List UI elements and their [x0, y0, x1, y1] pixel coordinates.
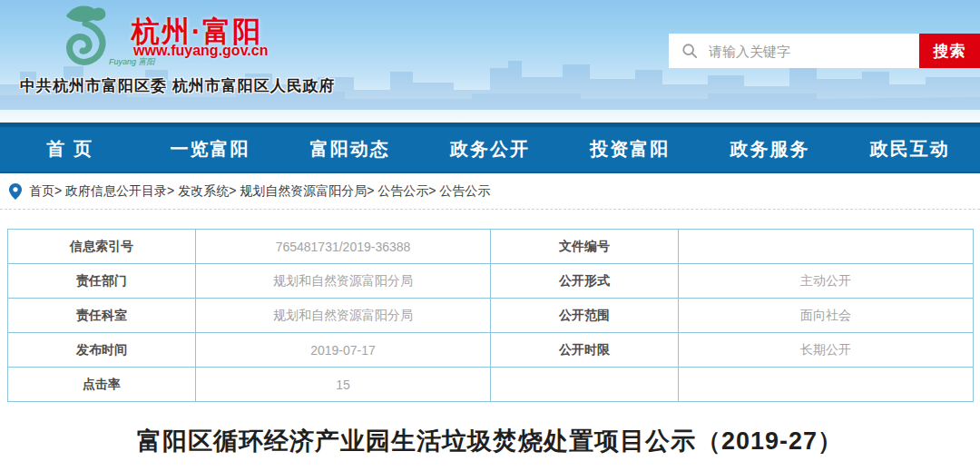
field-value-doc-no: [679, 230, 974, 264]
table-row: 信息索引号 765481731/2019-36388 文件编号: [8, 230, 974, 264]
field-label-index-no: 信息索引号: [8, 230, 196, 264]
table-row: 责任部门 规划和自然资源富阳分局 公开形式 主动公开: [8, 264, 974, 299]
field-label-pub-date: 发布时间: [8, 333, 196, 368]
field-value-empty: [679, 368, 974, 402]
site-header-banner: Fuyang 富阳 杭州·富阳 www.fuyang.gov.cn 中共杭州市富…: [0, 0, 980, 123]
field-label-open-form: 公开形式: [491, 264, 679, 299]
breadcrumb: 首页> 政府信息公开目录> 发改系统> 规划自然资源富阳分局> 公告公示> 公告…: [0, 173, 980, 210]
table-row: 发布时间 2019-07-17 公开时限 长期公开: [8, 333, 974, 368]
main-nav: 首 页 一览富阳 富阳动态 政务公开 投资富阳 政务服务 政民互动: [0, 123, 980, 173]
site-logo[interactable]: Fuyang 富阳: [44, 2, 134, 74]
document-info-table: 信息索引号 765481731/2019-36388 文件编号 责任部门 规划和…: [7, 229, 974, 402]
search-button[interactable]: 搜索: [919, 34, 980, 68]
nav-item-overview[interactable]: 一览富阳: [140, 127, 279, 172]
breadcrumb-text[interactable]: 首页> 政府信息公开目录> 发改系统> 规划自然资源富阳分局> 公告公示> 公告…: [29, 183, 490, 200]
search-icon: [681, 43, 698, 59]
field-value-section: 规划和自然资源富阳分局: [196, 299, 491, 333]
page-title: 富阳区循环经济产业园生活垃圾焚烧处置项目公示（2019-27）: [0, 425, 980, 457]
nav-item-gov-info[interactable]: 政务公开: [420, 127, 560, 172]
field-label-doc-no: 文件编号: [491, 230, 679, 264]
field-value-dept: 规划和自然资源富阳分局: [196, 264, 491, 299]
nav-item-interaction[interactable]: 政民互动: [840, 127, 980, 172]
search-box: [669, 34, 919, 68]
location-pin-icon: [9, 183, 22, 200]
field-label-open-scope: 公开范围: [491, 299, 679, 333]
field-label-open-term: 公开时限: [491, 333, 679, 368]
site-url: www.fuyang.gov.cn: [133, 43, 268, 59]
field-value-open-form: 主动公开: [679, 264, 974, 299]
field-value-hits: 15: [196, 368, 491, 402]
info-table-wrap: 信息索引号 765481731/2019-36388 文件编号 责任部门 规划和…: [0, 210, 980, 402]
field-label-dept: 责任部门: [8, 264, 196, 299]
nav-item-investment[interactable]: 投资富阳: [560, 127, 700, 172]
field-value-open-scope: 面向社会: [679, 299, 974, 333]
field-label-empty: [491, 368, 679, 402]
field-label-hits: 点击率: [8, 368, 196, 402]
table-row: 点击率 15: [8, 368, 974, 402]
nav-item-news[interactable]: 富阳动态: [280, 127, 420, 172]
field-value-open-term: 长期公开: [679, 333, 974, 368]
table-row: 责任科室 规划和自然资源富阳分局 公开范围 面向社会: [8, 299, 974, 333]
org-names: 中共杭州市富阳区委 杭州市富阳区人民政府: [20, 75, 336, 96]
field-label-section: 责任科室: [8, 299, 196, 333]
field-value-index-no: 765481731/2019-36388: [196, 230, 491, 264]
nav-item-services[interactable]: 政务服务: [700, 127, 839, 172]
search-input[interactable]: [698, 34, 919, 68]
nav-item-home[interactable]: 首 页: [0, 127, 140, 172]
field-value-pub-date: 2019-07-17: [196, 333, 491, 368]
